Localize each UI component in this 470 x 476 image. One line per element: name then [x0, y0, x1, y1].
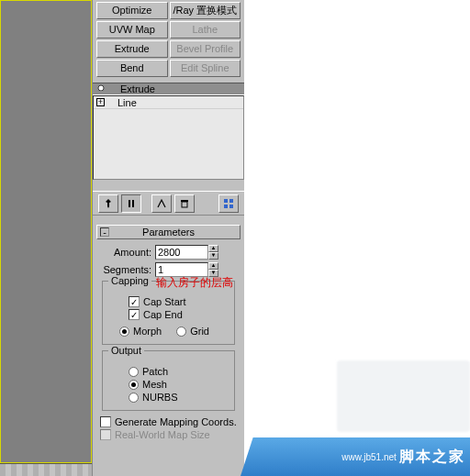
remove-modifier-button[interactable] — [174, 194, 195, 213]
stack-active-label: Extrude — [120, 83, 155, 94]
svg-rect-7 — [229, 199, 233, 203]
parameters-rollout: Amount: ▲▼ Segments: ▲▼ Capping 输入房子的层高 … — [93, 241, 244, 440]
capping-legend: Capping — [108, 275, 151, 286]
mesh-label: Mesh — [142, 379, 167, 390]
svg-rect-8 — [224, 205, 228, 208]
svg-rect-1 — [100, 91, 103, 93]
cap-start-checkbox[interactable]: ✓ — [129, 296, 140, 307]
watermark-graphic — [337, 360, 470, 432]
pushpin-icon — [103, 198, 114, 209]
modify-panel: Optimize /Ray 置换模式 UVW Map Lathe Extrude… — [92, 0, 244, 476]
amount-spinner[interactable]: ▲▼ — [155, 245, 218, 260]
viewport-active[interactable] — [0, 0, 92, 463]
configure-icon — [223, 198, 234, 209]
grid-radio[interactable] — [176, 327, 186, 337]
output-legend: Output — [108, 345, 144, 356]
bevel-profile-button[interactable]: Bevel Profile — [170, 40, 241, 58]
pin-stack-button[interactable] — [98, 194, 118, 213]
morph-label: Morph — [133, 326, 162, 337]
svg-rect-4 — [182, 202, 187, 207]
edit-spline-button[interactable]: Edit Spline — [170, 60, 241, 77]
patch-label: Patch — [142, 366, 168, 377]
nurbs-radio[interactable] — [129, 393, 139, 403]
stack-item-label: Line — [118, 96, 137, 109]
amount-spinner-arrows[interactable]: ▲▼ — [208, 245, 218, 260]
svg-rect-5 — [181, 200, 188, 202]
cap-end-label: Cap End — [143, 309, 183, 320]
vray-displacement-button[interactable]: /Ray 置换模式 — [170, 2, 241, 19]
timeline-ruler[interactable] — [0, 463, 92, 476]
grid-label: Grid — [190, 326, 209, 337]
generate-mapping-checkbox[interactable] — [100, 416, 111, 427]
cap-end-checkbox[interactable]: ✓ — [129, 309, 140, 320]
morph-radio[interactable] — [119, 327, 129, 337]
modifier-stack-active[interactable]: Extrude — [93, 83, 244, 95]
segments-label: Segments: — [100, 264, 155, 275]
trash-icon — [179, 198, 190, 209]
bend-button[interactable]: Bend — [96, 60, 168, 77]
generate-mapping-label: Generate Mapping Coords. — [115, 416, 237, 427]
real-world-checkbox[interactable] — [100, 429, 111, 440]
output-group: Output Patch Mesh NURBS — [102, 350, 235, 411]
show-end-result-button[interactable] — [121, 194, 141, 213]
configure-modifier-sets-button[interactable] — [218, 194, 239, 213]
stack-result-icon — [125, 198, 138, 209]
parameters-rollout-header[interactable]: - Parameters — [96, 225, 241, 239]
svg-rect-2 — [129, 200, 130, 207]
make-unique-button[interactable] — [151, 194, 172, 213]
patch-radio[interactable] — [129, 367, 139, 377]
optimize-button[interactable]: Optimize — [96, 2, 168, 19]
amount-input[interactable] — [155, 245, 208, 260]
svg-point-0 — [98, 85, 104, 91]
lathe-button[interactable]: Lathe — [170, 21, 241, 39]
site-ribbon: www.jb51.net 脚本之家 — [241, 437, 470, 476]
page-background: www.jb51.net 脚本之家 — [244, 0, 470, 476]
collapse-icon[interactable]: - — [100, 227, 109, 237]
annotation-text: 输入房子的层高 — [156, 275, 233, 291]
modifier-stack-list[interactable]: + Line — [93, 95, 244, 180]
expand-icon[interactable]: + — [96, 98, 105, 106]
modifier-buttons-grid: Optimize /Ray 置换模式 UVW Map Lathe Extrude… — [93, 0, 244, 83]
real-world-label: Real-World Map Size — [115, 429, 210, 440]
capping-group: Capping 输入房子的层高 ✓ Cap Start ✓ Cap End Mo… — [102, 281, 235, 345]
mesh-radio[interactable] — [129, 380, 139, 390]
unique-icon — [156, 198, 167, 209]
stack-item-line[interactable]: + Line — [94, 96, 243, 109]
svg-rect-3 — [132, 200, 134, 207]
extrude-button[interactable]: Extrude — [96, 40, 168, 58]
cap-start-label: Cap Start — [143, 296, 185, 307]
rollout-title: Parameters — [142, 227, 195, 238]
lightbulb-icon[interactable] — [96, 84, 106, 94]
uvw-map-button[interactable]: UVW Map — [96, 21, 168, 39]
site-url: www.jb51.net — [341, 452, 396, 462]
svg-rect-9 — [229, 205, 233, 208]
svg-rect-6 — [224, 199, 228, 203]
nurbs-label: NURBS — [142, 392, 178, 403]
stack-toolbar — [93, 191, 244, 216]
amount-label: Amount: — [100, 247, 155, 258]
site-name: 脚本之家 — [399, 448, 465, 467]
